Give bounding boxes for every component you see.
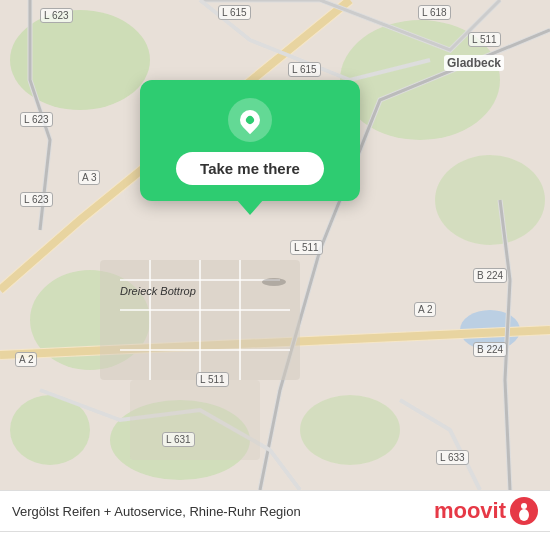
place-info-bar: Vergölst Reifen + Autoservice, Rhine-Ruh… — [0, 490, 550, 531]
moovit-text: moovit — [434, 498, 506, 524]
road-label-b224-top: B 224 — [473, 268, 507, 283]
road-label-l633: L 633 — [436, 450, 469, 465]
svg-point-12 — [521, 503, 527, 509]
moovit-logo: moovit — [434, 497, 538, 525]
road-label-a2-right: A 2 — [414, 302, 436, 317]
road-label-l615-mid: L 615 — [288, 62, 321, 77]
road-label-b224-bot: B 224 — [473, 342, 507, 357]
svg-point-11 — [262, 278, 286, 286]
map-container: L 623 L 615 L 618 L 615 L 511 L 623 A 3 … — [0, 0, 550, 490]
take-me-there-button[interactable]: Take me there — [176, 152, 324, 185]
location-pin-icon — [236, 106, 264, 134]
location-icon — [228, 98, 272, 142]
road-label-l615-top: L 615 — [218, 5, 251, 20]
popup-card: Take me there — [140, 80, 360, 201]
road-label-l623-low: L 623 — [20, 192, 53, 207]
place-label-dreieck: Dreieck Bottrop — [120, 285, 196, 297]
map-svg — [0, 0, 550, 490]
svg-point-3 — [435, 155, 545, 245]
road-label-a3: A 3 — [78, 170, 100, 185]
moovit-person-icon — [514, 501, 534, 521]
moovit-icon — [510, 497, 538, 525]
svg-rect-10 — [130, 380, 260, 460]
road-label-l511-mid: L 511 — [290, 240, 323, 255]
road-label-l618-top: L 618 — [418, 5, 451, 20]
road-label-l631: L 631 — [162, 432, 195, 447]
svg-point-6 — [300, 395, 400, 465]
svg-point-13 — [519, 509, 529, 521]
road-label-l623-top: L 623 — [40, 8, 73, 23]
road-label-l623-mid: L 623 — [20, 112, 53, 127]
bottom-bar: © OpenStreetMap contributors — [0, 531, 550, 550]
road-label-a2-left: A 2 — [15, 352, 37, 367]
road-label-gladbeck: Gladbeck — [444, 55, 504, 71]
place-name: Vergölst Reifen + Autoservice, Rhine-Ruh… — [12, 504, 301, 519]
road-label-l511-low: L 511 — [196, 372, 229, 387]
road-label-l511-right: L 511 — [468, 32, 501, 47]
